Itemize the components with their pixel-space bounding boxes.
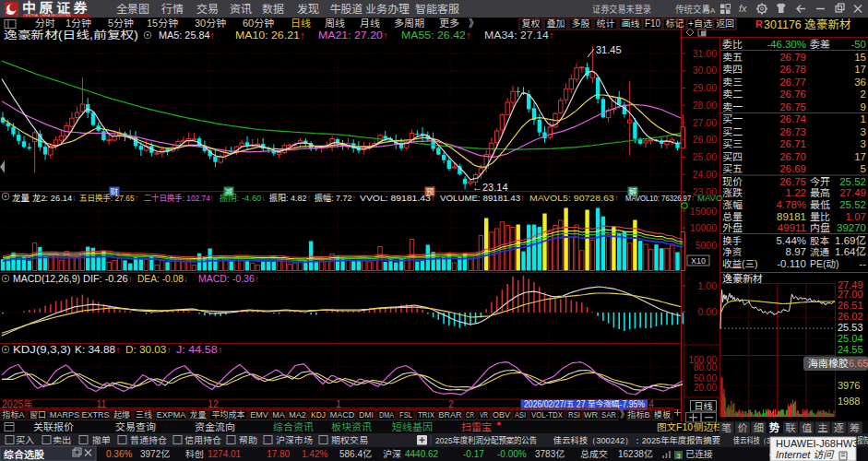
svg-text:普通持仓: 普通持仓 xyxy=(130,435,167,445)
svg-text:分时: 分时 xyxy=(35,18,55,29)
svg-text:帮助: 帮助 xyxy=(239,435,257,445)
svg-text:交易: 交易 xyxy=(196,3,219,16)
svg-text:数据: 数据 xyxy=(262,3,284,16)
svg-text:F10: F10 xyxy=(645,18,661,29)
svg-text:复权: 复权 xyxy=(522,18,541,29)
svg-text:沪深: 沪深 xyxy=(383,449,401,459)
svg-text:多股: 多股 xyxy=(572,18,590,29)
svg-text:标记: 标记 xyxy=(666,18,684,29)
svg-text:智能客服: 智能客服 xyxy=(415,3,459,16)
svg-text:买入: 买入 xyxy=(16,435,34,445)
svg-text:统计: 统计 xyxy=(597,18,615,29)
svg-text:15分钟: 15分钟 xyxy=(147,18,178,29)
svg-text:返回: 返回 xyxy=(716,18,734,29)
svg-text:沪深市场: 沪深市场 xyxy=(276,435,313,445)
svg-text:3783亿: 3783亿 xyxy=(535,449,565,459)
svg-text:发现: 发现 xyxy=(297,3,319,16)
svg-text:Internet 访问: Internet 访问 xyxy=(776,449,835,460)
svg-text:HUAWEI-J68HW3: HUAWEI-J68HW3 xyxy=(776,438,858,449)
svg-text:期权交易: 期权交易 xyxy=(331,435,368,445)
svg-text:短线基因: 短线基因 xyxy=(392,421,433,432)
svg-text:撤单: 撤单 xyxy=(92,435,111,445)
svg-text:1274.01: 1274.01 xyxy=(208,449,242,459)
svg-text:5分钟: 5分钟 xyxy=(108,18,134,29)
svg-text:行情: 行情 xyxy=(161,3,184,16)
svg-text:综合选股: 综合选股 xyxy=(4,449,45,460)
svg-text:资讯: 资讯 xyxy=(230,3,252,16)
svg-text:3: 3 xyxy=(676,452,681,460)
svg-text:A: A xyxy=(703,4,710,15)
svg-text:-0.17: -0.17 xyxy=(463,449,484,459)
svg-text:301176 逸豪新材: 301176 逸豪新材 xyxy=(764,18,851,31)
svg-text:总成交: 总成交 xyxy=(580,449,608,459)
svg-text:16238亿: 16238亿 xyxy=(618,449,653,459)
svg-text:更多: 更多 xyxy=(439,18,459,29)
svg-text:A: A xyxy=(710,6,716,15)
svg-text:叠加: 叠加 xyxy=(547,18,565,29)
svg-text:业务办理: 业务办理 xyxy=(365,3,410,16)
svg-text:报告: 报告 xyxy=(857,435,868,445)
svg-text:综合资讯: 综合资讯 xyxy=(273,421,314,432)
svg-text:586.4亿: 586.4亿 xyxy=(339,449,372,459)
svg-text:17.80: 17.80 xyxy=(267,449,290,459)
svg-text:证券交易未登录: 证券交易未登录 xyxy=(592,4,651,15)
svg-text:1分钟: 1分钟 xyxy=(65,18,91,29)
svg-text:资金流向: 资金流向 xyxy=(195,421,235,432)
svg-text:0.36%: 0.36% xyxy=(106,449,132,459)
svg-text:信用持仓: 信用持仓 xyxy=(184,435,221,445)
svg-text:佳云科技（300242）：2025年年度报告摘要: 佳云科技（300242）：2025年年度报告摘要 xyxy=(553,435,720,445)
svg-text:R: R xyxy=(755,18,763,30)
svg-text:30分钟: 30分钟 xyxy=(195,18,226,29)
svg-text:关联报价: 关联报价 xyxy=(33,421,74,432)
svg-text:画线: 画线 xyxy=(622,18,640,29)
svg-text:周线: 周线 xyxy=(325,18,345,29)
svg-text:月线: 月线 xyxy=(360,18,380,29)
svg-text:60分钟: 60分钟 xyxy=(243,18,274,29)
svg-text:》: 》 xyxy=(469,18,479,29)
svg-text:扫雷宝: 扫雷宝 xyxy=(461,421,492,432)
svg-text:板块资讯: 板块资讯 xyxy=(331,421,372,432)
svg-text:3972亿: 3972亿 xyxy=(140,449,170,459)
svg-text:卖出: 卖出 xyxy=(53,435,71,445)
svg-text:+自选: +自选 xyxy=(688,18,712,29)
svg-text:1.42%: 1.42% xyxy=(302,449,327,459)
svg-text:fx: fx xyxy=(739,3,747,14)
svg-text:已连接: 已连接 xyxy=(685,449,713,459)
svg-text:日线: 日线 xyxy=(291,18,311,29)
svg-text:牛股道: 牛股道 xyxy=(329,3,363,16)
svg-text:全景图: 全景图 xyxy=(116,3,149,16)
svg-text:多周期: 多周期 xyxy=(394,18,424,29)
svg-text:2025年度利润分配预案的公告: 2025年度利润分配预案的公告 xyxy=(435,435,537,445)
svg-text:4440.62: 4440.62 xyxy=(405,449,439,459)
svg-text:-0.00%: -0.00% xyxy=(497,449,527,459)
svg-text:交易查询: 交易查询 xyxy=(115,421,156,432)
svg-text:科创: 科创 xyxy=(185,449,204,459)
